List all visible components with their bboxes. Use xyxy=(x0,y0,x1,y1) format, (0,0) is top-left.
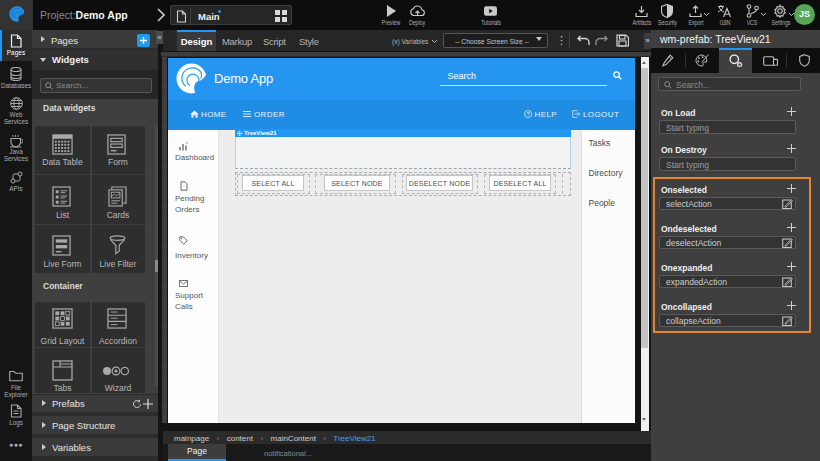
svg-text:?: ? xyxy=(526,111,529,117)
